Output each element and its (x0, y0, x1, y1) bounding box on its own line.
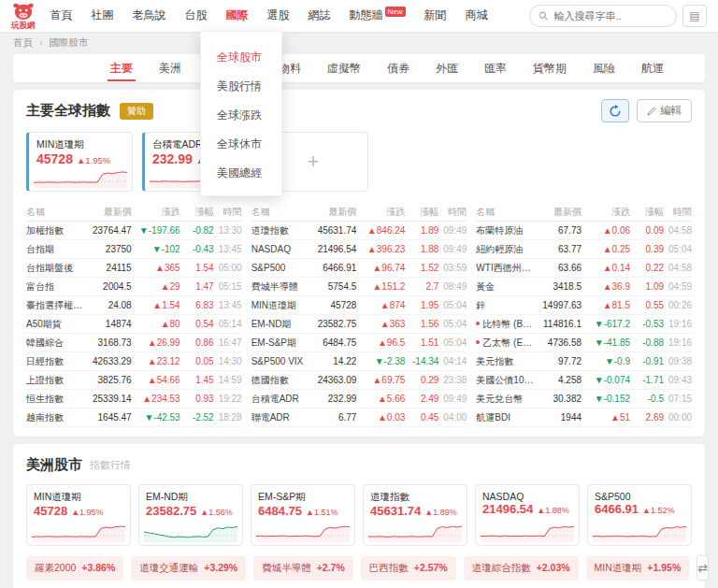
americas-card-price: 21496.54 (482, 502, 533, 516)
quote-change-pct: -0.5 (630, 394, 664, 404)
americas-card-NASDAQ[interactable]: NASDAQ21496.54▲1.88% (475, 484, 580, 546)
americas-card-EM-ND期[interactable]: EM-ND期23582.75▲1.56% (138, 484, 243, 546)
quote-row-紐約輕原油[interactable]: 紐約輕原油63.77▲0.250.3905:04 (476, 240, 692, 259)
dropdown-item-美股行情[interactable]: 美股行情 (201, 72, 281, 101)
quote-row-S&P500[interactable]: S&P5006466.91▲96.741.5203:59 (251, 259, 467, 278)
search-input[interactable] (554, 10, 668, 22)
mover-chip-道瓊交通運輸[interactable]: 道瓊交通運輸+3.29% (131, 556, 246, 581)
quote-row-加權指數[interactable]: 加權指數23764.47▼-197.66-0.8213:30 (26, 222, 242, 240)
nav-item-商城[interactable]: 商城 (456, 0, 497, 33)
quote-row-台指期[interactable]: 台指期23750▼-102-0.4313:45 (26, 240, 242, 259)
quote-row-EM-ND期[interactable]: EM-ND期23582.75▲3631.5605:04 (251, 315, 467, 334)
quote-row-上證指數[interactable]: 上證指數3825.76▲54.661.4514:59 (26, 371, 242, 390)
search-input-wrap[interactable] (529, 5, 677, 27)
sparkline-chart (34, 169, 127, 188)
quote-row-黃金[interactable]: 黃金3418.5▲36.91.0904:59 (476, 278, 692, 296)
quote-row-EM-S&P期[interactable]: EM-S&P期6484.75▲96.51.5105:04 (251, 334, 467, 352)
quote-row-乙太幣 (ETH)[interactable]: 乙太幣 (ETH)4736.58▼-41.85-0.8819:16 (476, 334, 692, 352)
tab-航運[interactable]: 航運 (628, 55, 677, 81)
quote-row-韓國綜合[interactable]: 韓國綜合3168.73▲26.990.8616:47 (26, 334, 242, 352)
quote-row-費城半導體[interactable]: 費城半導體5754.5▲151.22.708:49 (251, 278, 467, 296)
dropdown-item-美國總經[interactable]: 美國總經 (201, 159, 281, 188)
quote-row-台積電ADR[interactable]: 台積電ADR232.99▲5.662.4909:49 (251, 390, 467, 409)
nav-item-動態牆[interactable]: 動態牆New (340, 0, 415, 33)
quote-row-恒生指數[interactable]: 恒生指數25339.14▲234.530.9319:22 (26, 390, 242, 409)
table-header-row: 名稱最新價漲跌漲幅時間 (251, 203, 467, 222)
tab-匯率[interactable]: 匯率 (471, 55, 520, 81)
tab-債券[interactable]: 債券 (374, 55, 423, 81)
sparkline-svg (32, 523, 125, 542)
quote-price: 23582.75 (311, 319, 356, 329)
edit-button[interactable]: 編輯 (637, 99, 692, 122)
quote-row-S&P500 VIX[interactable]: S&P500 VIX14.22▼-2.38-14.3404:14 (251, 352, 467, 371)
mover-chip-巴西指數[interactable]: 巴西指數+2.57% (361, 556, 456, 581)
nav-item-老鳥說[interactable]: 老鳥說 (123, 0, 176, 33)
tab-虛擬幣[interactable]: 虛擬幣 (314, 55, 374, 81)
breadcrumb-home[interactable]: 首頁 (13, 36, 33, 48)
quote-row-美國公債10年期[interactable]: 美國公債10年期4.258▼-0.074-1.7109:43 (476, 371, 692, 390)
quote-name: 航運BDI (476, 411, 537, 424)
quote-row-布蘭特原油[interactable]: 布蘭特原油67.73▲0.060.0904:58 (476, 222, 692, 240)
dropdown-item-全球休市[interactable]: 全球休市 (201, 130, 281, 159)
quote-row-臺指選擇權波動率指數[interactable]: 臺指選擇權波動率指數24.08▲1.546.8313:45 (26, 296, 242, 315)
main-panel-header: 主要全球指數 贊助 編輯 (26, 99, 692, 122)
tab-風險[interactable]: 風險 (580, 55, 628, 81)
watch-card-MIN道瓊期[interactable]: MIN道瓊期45728▲1.95% (26, 132, 133, 192)
americas-card-EM-S&P期[interactable]: EM-S&P期6484.75▲1.51% (251, 484, 355, 546)
quote-row-航運BDI[interactable]: 航運BDI1944▲512.6900:00 (476, 409, 692, 427)
quote-row-日經指數[interactable]: 日經指數42633.29▲23.120.0514:30 (26, 352, 242, 371)
nav-item-網誌[interactable]: 網誌 (299, 0, 340, 33)
tab-主要[interactable]: 主要 (97, 55, 146, 81)
quote-row-鋅[interactable]: 鋅14997.63▲81.50.5500:26 (476, 296, 692, 315)
tab-貨幣期[interactable]: 貨幣期 (520, 55, 580, 81)
nav-item-選股[interactable]: 選股 (258, 0, 299, 33)
quote-row-台指期盤後[interactable]: 台指期盤後24115▲3651.5405:00 (26, 259, 242, 278)
mover-chip-道瓊綜合指數[interactable]: 道瓊綜合指數+2.03% (464, 556, 579, 581)
quote-change-pct: -1.71 (630, 375, 664, 385)
nav-item-社團[interactable]: 社團 (82, 0, 123, 33)
tab-外匯[interactable]: 外匯 (423, 55, 471, 81)
quote-row-道瓊指數[interactable]: 道瓊指數45631.74▲846.241.8909:49 (251, 222, 467, 240)
nav-item-台股[interactable]: 台股 (176, 0, 217, 33)
swap-arrows-icon: ⇄ (697, 561, 708, 575)
dropdown-item-全球股市[interactable]: 全球股市 (201, 43, 281, 72)
quick-menu-button[interactable]: ▤ (682, 5, 707, 27)
quote-row-富台指[interactable]: 富台指2004.5▲291.4705:15 (26, 278, 242, 296)
americas-card-S&P500[interactable]: S&P5006466.91▲1.52% (587, 484, 692, 546)
refresh-button[interactable] (601, 99, 629, 122)
quote-row-MIN道瓊期[interactable]: MIN道瓊期45728▲8741.9505:04 (251, 296, 467, 315)
quote-name: 德國指數 (251, 374, 312, 387)
quote-row-WTI西德州原油[interactable]: WTI西德州原油63.66▲0.140.2204:58 (476, 259, 692, 278)
quote-time: 00:26 (664, 300, 692, 310)
quote-price: 1645.47 (87, 412, 132, 423)
quote-row-聯電ADR[interactable]: 聯電ADR6.77▲0.030.4504:00 (251, 409, 467, 427)
quote-change: ▲54.66 (132, 375, 180, 385)
quote-change-pct: 0.55 (630, 300, 664, 310)
mover-chip-費城半導體[interactable]: 費城半導體+2.7% (253, 556, 353, 581)
quote-row-美元指數[interactable]: 美元指數97.72▼-0.9-0.9109:38 (476, 352, 692, 371)
quote-row-德國指數[interactable]: 德國指數24363.09▲69.750.2923:38 (251, 371, 467, 390)
quote-row-越南指數[interactable]: 越南指數1645.47▼-42.53-2.5218:28 (26, 409, 242, 427)
nav-item-新聞[interactable]: 新聞 (415, 0, 456, 33)
quote-time: 13:45 (214, 244, 242, 254)
tab-美洲[interactable]: 美洲 (146, 55, 194, 81)
quote-time: 05:04 (438, 319, 467, 329)
quote-time: 07:15 (664, 394, 692, 404)
quote-row-NASDAQ[interactable]: NASDAQ21496.54▲396.231.8809:49 (251, 240, 467, 259)
nav-item-國際[interactable]: 國際 (217, 0, 258, 33)
quote-row-A50期貨[interactable]: A50期貨14874▲800.5405:14 (26, 315, 242, 334)
quote-row-美元兌台幣[interactable]: 美元兌台幣30.382▼-0.152-0.507:15 (476, 390, 692, 409)
quote-price: 232.99 (311, 394, 356, 404)
mover-chip-pct: +3.86% (81, 562, 115, 575)
quote-time: 23:38 (438, 375, 467, 385)
dropdown-item-全球漲跌[interactable]: 全球漲跌 (201, 101, 281, 130)
nav-item-首頁[interactable]: 首頁 (41, 0, 82, 33)
mover-chip-羅素2000[interactable]: 羅素2000+3.86% (26, 556, 123, 581)
mover-chip-MIN道瓊期[interactable]: MIN道瓊期+1.95% (586, 556, 690, 581)
americas-card-MIN道瓊期[interactable]: MIN道瓊期45728▲1.95% (26, 484, 131, 546)
americas-card-道瓊指數[interactable]: 道瓊指數45631.74▲1.89% (363, 484, 467, 546)
quote-price: 1944 (537, 412, 582, 423)
chips-scroll-button[interactable]: ⇄ (696, 555, 709, 581)
quote-row-比特幣 (BTC)[interactable]: 比特幣 (BTC)114816.1▼-617.2-0.5319:16 (476, 315, 692, 334)
site-logo[interactable]: 玩股網 (11, 2, 36, 30)
